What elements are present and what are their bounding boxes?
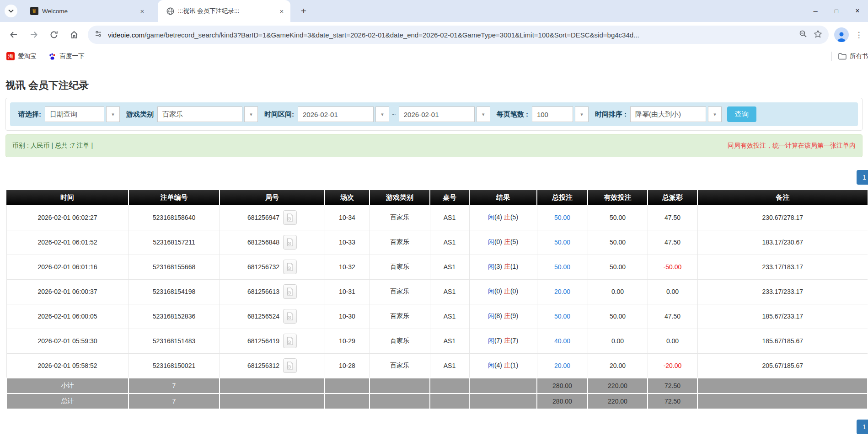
close-tab-icon[interactable]: × <box>138 7 146 15</box>
result-cell: 闲(0) 庄(0) <box>469 279 537 304</box>
summary-total-bet: 280.00 <box>537 393 588 409</box>
video-replay-button[interactable] <box>283 358 297 373</box>
forward-button[interactable] <box>24 25 44 45</box>
date-end-input[interactable]: 2026-02-01 ▾ <box>399 106 490 122</box>
total-bet-link[interactable]: 50.00 <box>554 263 570 271</box>
total-bet-link[interactable]: 20.00 <box>554 362 570 369</box>
total-bet-cell: 20.00 <box>537 353 588 378</box>
filter-bar: 请选择: 日期查询 ▾ 游戏类别 百家乐 ▾ 时间区间: 2026-02-01 … <box>10 102 858 126</box>
player-result: 闲 <box>488 238 494 245</box>
site-settings-icon[interactable] <box>94 30 102 40</box>
table-row: 2026-02-01 06:01:52523168157211681256848… <box>6 230 868 255</box>
time-cell: 2026-02-01 05:58:52 <box>6 353 129 378</box>
column-header: 局号 <box>220 190 325 205</box>
game-kind-label: 游戏类别 <box>126 110 154 119</box>
chevron-down-icon[interactable]: ▾ <box>244 106 258 122</box>
new-tab-button[interactable]: + <box>297 5 310 17</box>
total-bet-link[interactable]: 20.00 <box>554 288 570 295</box>
table-row: 2026-02-01 06:00:05523168152836681256524… <box>6 304 868 329</box>
refresh-button[interactable] <box>44 25 64 45</box>
chevron-down-icon[interactable]: ▾ <box>106 106 120 122</box>
valid-bet-cell: 0.00 <box>588 329 648 353</box>
chevron-down-icon[interactable]: ▾ <box>708 106 722 122</box>
round-cell: 681256947 <box>220 205 325 230</box>
total-bet-link[interactable]: 50.00 <box>554 313 570 320</box>
result-cell: 闲(4) 庄(5) <box>469 205 537 230</box>
video-replay-button[interactable] <box>283 235 297 250</box>
bet-id-cell: 523168155668 <box>129 255 220 279</box>
table-header-row: 时间注单编号局号场次游戏类别桌号结果总投注有效投注总派彩备注 <box>6 190 868 205</box>
chevron-down-icon[interactable]: ▾ <box>477 106 490 122</box>
bookmarks-bar: 淘 爱淘宝 百度一下 所有书签 <box>0 48 868 65</box>
table-row: 2026-02-01 06:01:16523168155668681256732… <box>6 255 868 279</box>
filter-panel: 请选择: 日期查询 ▾ 游戏类别 百家乐 ▾ 时间区间: 2026-02-01 … <box>5 98 863 131</box>
baidu-paw-icon <box>48 52 57 60</box>
tab-betrecord[interactable]: :::视讯 会员下注纪录::: × <box>158 0 290 22</box>
date-start-input[interactable]: 2026-02-01 ▾ <box>298 106 389 122</box>
result-cell: 闲(8) 庄(9) <box>469 304 537 329</box>
payout-cell: 47.50 <box>648 304 697 329</box>
note-cell: 230.67/278.17 <box>697 205 868 230</box>
bet-id-cell: 523168150021 <box>129 353 220 378</box>
player-result: 闲 <box>488 213 494 221</box>
query-type-select[interactable]: 日期查询 ▾ <box>45 106 120 122</box>
bookmark-star-icon[interactable] <box>814 30 822 40</box>
total-bet-link[interactable]: 50.00 <box>554 239 570 246</box>
currency-total-text: 币别 : 人民币 | 总共 :7 注单 | <box>12 142 93 150</box>
player-result: 闲 <box>488 287 494 295</box>
page-1-button[interactable]: 1 <box>857 170 868 185</box>
note-cell: 233.17/233.17 <box>697 279 868 304</box>
summary-count: 7 <box>129 378 220 393</box>
date-range-tilde: ~ <box>392 111 396 118</box>
game-type-cell: 百家乐 <box>370 329 430 353</box>
result-cell: 闲(7) 庄(7) <box>469 329 537 353</box>
table-number-cell: AS1 <box>430 329 469 353</box>
video-replay-button[interactable] <box>283 309 297 324</box>
bookmark-taobao[interactable]: 淘 爱淘宝 <box>6 52 37 60</box>
zoom-icon[interactable] <box>799 30 807 40</box>
game-kind-select[interactable]: 百家乐 ▾ <box>157 106 258 122</box>
search-button[interactable]: 查询 <box>727 106 756 122</box>
tab-list-button[interactable] <box>5 5 17 17</box>
video-replay-button[interactable] <box>283 334 297 348</box>
payout-cell: 47.50 <box>648 230 697 255</box>
url-input[interactable]: videoie.com/game/betrecord_search/kind3?… <box>88 26 829 44</box>
sort-select[interactable]: 降幂(由大到小) ▾ <box>630 106 722 122</box>
per-page-select[interactable]: 100 ▾ <box>532 106 589 122</box>
chevron-down-icon[interactable]: ▾ <box>575 106 589 122</box>
video-replay-button[interactable] <box>283 284 297 299</box>
video-replay-button[interactable] <box>283 260 297 274</box>
all-bookmarks[interactable]: 所有书签 <box>831 48 868 65</box>
total-bet-link[interactable]: 40.00 <box>554 337 570 345</box>
browser-menu-icon[interactable]: ⋮ <box>853 30 864 40</box>
round-cell: 681256524 <box>220 304 325 329</box>
chevron-down-icon[interactable]: ▾ <box>375 106 389 122</box>
valid-bet-cell: 50.00 <box>588 205 648 230</box>
bookmark-baidu[interactable]: 百度一下 <box>48 52 85 60</box>
session-cell: 10-34 <box>325 205 370 230</box>
back-button[interactable] <box>4 25 24 45</box>
time-cell: 2026-02-01 06:02:27 <box>6 205 129 230</box>
banker-result: 庄 <box>504 238 510 245</box>
note-cell: 233.17/183.17 <box>697 255 868 279</box>
close-tab-icon[interactable]: × <box>278 7 286 15</box>
payout-cell: -50.00 <box>648 255 697 279</box>
total-bet-cell: 20.00 <box>537 279 588 304</box>
column-header: 总派彩 <box>648 190 697 205</box>
home-button[interactable] <box>64 25 84 45</box>
page-1-button[interactable]: 1 <box>857 420 868 434</box>
summary-label: 小计 <box>6 378 129 393</box>
maximize-button[interactable]: □ <box>826 0 847 22</box>
total-bet-link[interactable]: 50.00 <box>554 214 570 221</box>
time-cell: 2026-02-01 06:00:37 <box>6 279 129 304</box>
profile-avatar[interactable] <box>834 27 849 42</box>
note-cell: 185.67/233.17 <box>697 304 868 329</box>
session-cell: 10-32 <box>325 255 370 279</box>
video-replay-button[interactable] <box>283 210 297 225</box>
minimize-button[interactable]: ─ <box>805 0 826 22</box>
bet-id-cell: 523168151483 <box>129 329 220 353</box>
session-cell: 10-30 <box>325 304 370 329</box>
summary-payout: 72.50 <box>648 378 697 393</box>
tab-welcome[interactable]: ♛ Welcome × <box>22 0 151 22</box>
close-window-button[interactable]: × <box>847 0 868 22</box>
